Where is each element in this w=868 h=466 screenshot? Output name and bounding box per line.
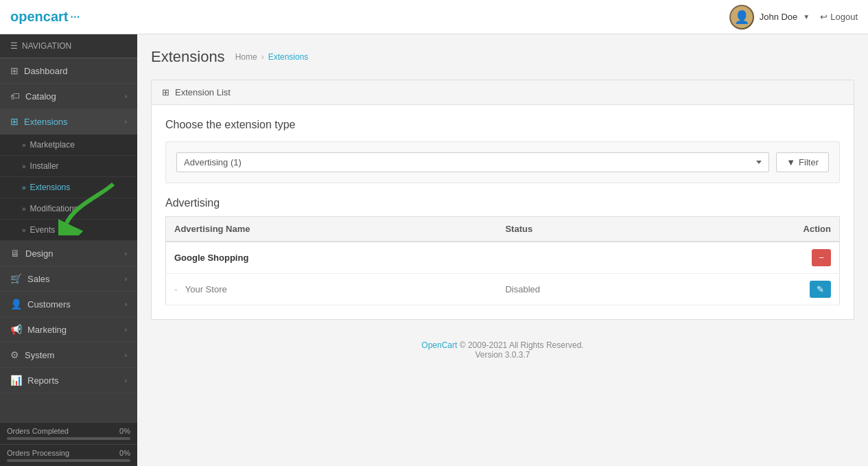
page-title: Extensions [151,48,225,66]
col-advertising-name: Advertising Name [166,217,497,242]
extension-type-select[interactable]: Advertising (1) Analytics Captcha Dashbo… [176,152,769,172]
sub-arrow-icon: » [22,205,26,213]
marketing-icon: 📢 [10,324,22,335]
sidebar-item-label: Catalog [25,91,56,102]
sidebar-item-installer[interactable]: » Installer [0,156,137,177]
sidebar-item-label: Marketplace [30,140,75,150]
user-dropdown-arrow[interactable]: ▼ [803,13,810,21]
header-right: 👤 John Doe ▼ ↩ Logout [729,5,858,30]
progress-bar-completed [7,437,130,440]
sidebar-item-system[interactable]: ⚙ System › [0,342,137,368]
orders-completed-label: Orders Completed [7,427,69,435]
breadcrumb-home[interactable]: Home [235,52,257,62]
catalog-icon: 🏷 [10,91,20,102]
sidebar-item-customers[interactable]: 👤 Customers › [0,292,137,317]
chevron-right-icon: › [125,93,127,100]
sidebar-item-extensions-sub[interactable]: » Extensions [0,177,137,198]
sidebar-item-label: Installer [30,161,59,171]
sidebar-item-modifications[interactable]: » Modifications [0,198,137,220]
footer-brand-link[interactable]: OpenCart [421,340,457,350]
dashboard-icon: ⊞ [10,65,19,76]
sidebar-item-marketing[interactable]: 📢 Marketing › [0,317,137,342]
sub-arrow-icon: » [22,163,26,170]
logout-button[interactable]: ↩ Logout [820,12,858,22]
filter-row: Advertising (1) Analytics Captcha Dashbo… [165,141,840,183]
top-header: opencart ⋯ 👤 John Doe ▼ ↩ Logout [0,0,868,34]
sidebar-item-label: Modifications [30,204,78,213]
logout-label: Logout [830,12,858,22]
sidebar-item-label: Extensions [30,183,71,192]
orders-processing-label: Orders Processing [7,449,69,457]
logo: opencart ⋯ [10,9,80,25]
menu-icon: ☰ [10,41,18,51]
table-header-row: Advertising Name Status Action [166,217,840,242]
sidebar-item-label: Extensions [24,117,68,127]
sidebar-item-label: System [25,350,54,360]
sidebar-item-marketplace[interactable]: » Marketplace [0,135,137,156]
sidebar-item-label: Sales [27,274,50,284]
main-layout: ☰ NAVIGATION ⊞ Dashboard 🏷 Catalog › ⊞ E… [0,34,868,466]
footer: OpenCart © 2009-2021 All Rights Reserved… [151,334,854,366]
footer-version: Version 3.0.3.7 [151,350,854,360]
remove-button[interactable]: − [812,249,831,266]
logo-dots: ⋯ [70,12,80,23]
filter-icon: ▼ [786,157,795,167]
card-header-icon: ⊞ [162,87,169,97]
sales-icon: 🛒 [10,273,22,284]
table-row: - Your Store Disabled ✎ [166,274,840,305]
sidebar-item-extensions[interactable]: ⊞ Extensions › [0,109,137,135]
breadcrumb: Home › Extensions [235,52,309,62]
orders-completed-progress: Orders Completed 0% [0,422,137,444]
chevron-right-icon: › [125,275,127,283]
user-info[interactable]: 👤 John Doe ▼ [729,5,810,30]
chevron-right-icon: › [125,301,127,308]
table-section-heading: Advertising [165,197,840,209]
nav-header: ☰ NAVIGATION [0,34,137,58]
footer-copy: © 2009-2021 All Rights Reserved. [460,340,584,350]
sidebar-item-events[interactable]: » Events [0,220,137,241]
orders-processing-value: 0% [119,449,130,457]
filter-button[interactable]: ▼ Filter [776,152,829,172]
sidebar-progress: Orders Completed 0% Orders Processing 0% [0,422,137,466]
nav-header-label: NAVIGATION [22,41,71,51]
sidebar-item-reports[interactable]: 📊 Reports › [0,368,137,393]
sidebar-item-sales[interactable]: 🛒 Sales › [0,266,137,292]
card-header: ⊞ Extension List [152,80,854,105]
sidebar-item-catalog[interactable]: 🏷 Catalog › [0,84,137,109]
status-cell: Disabled [497,274,680,305]
design-icon: 🖥 [10,248,20,259]
sub-name: Your Store [185,284,227,294]
sub-arrow-icon: » [22,226,26,234]
sidebar-item-label: Events [30,225,56,235]
pencil-icon: ✎ [817,284,824,294]
edit-button[interactable]: ✎ [810,281,831,298]
avatar: 👤 [729,5,754,30]
orders-processing-progress: Orders Processing 0% [0,444,137,466]
logout-icon: ↩ [820,12,828,22]
breadcrumb-current[interactable]: Extensions [268,52,309,62]
sub-prefix: - [174,284,177,294]
sidebar-item-label: Design [25,248,53,259]
reports-icon: 📊 [10,375,22,386]
sidebar-item-label: Reports [27,375,59,386]
extensions-sub-menu: » Marketplace » Installer » Extensions »… [0,135,137,241]
chevron-right-icon: › [125,250,127,257]
table-row: Google Shopping − [166,242,840,274]
filter-label: Filter [799,157,819,167]
action-cell: − [680,242,839,274]
chevron-right-icon: › [125,351,127,359]
sidebar-item-design[interactable]: 🖥 Design › [0,241,137,266]
sub-arrow-icon: » [22,141,26,149]
advertising-name-cell: Google Shopping [166,242,497,274]
sub-arrow-icon: » [22,184,26,191]
sidebar-item-dashboard[interactable]: ⊞ Dashboard [0,58,137,84]
username: John Doe [760,12,798,22]
table-head: Advertising Name Status Action [166,217,840,242]
breadcrumb-separator: › [261,52,264,62]
progress-bar-processing [7,459,130,462]
page-header: Extensions Home › Extensions [151,48,854,66]
advertising-table: Advertising Name Status Action Google Sh… [165,216,840,305]
extension-card: ⊞ Extension List Choose the extension ty… [151,80,854,320]
customers-icon: 👤 [10,299,22,310]
minus-icon: − [819,253,824,263]
